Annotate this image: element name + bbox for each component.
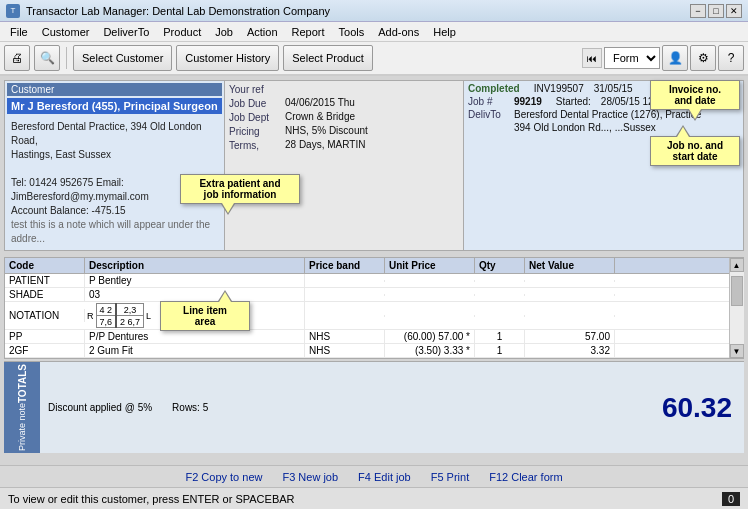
user-icon[interactable]: 👤	[662, 45, 688, 71]
totals-discount: Discount applied @ 5% Rows: 5	[40, 362, 650, 453]
cell-qty	[475, 280, 525, 282]
scroll-down-button[interactable]: ▼	[730, 344, 744, 358]
pricing-value: NHS, 5% Discount	[285, 125, 459, 136]
form-select[interactable]: Form	[604, 47, 660, 69]
cell-desc: 03	[85, 288, 305, 301]
menu-action[interactable]: Action	[241, 24, 284, 40]
cell-qty: 1	[475, 330, 525, 343]
statusbar: To view or edit this customer, press ENT…	[0, 487, 748, 509]
cell-code: 2GF	[5, 344, 85, 357]
hotkey-f5[interactable]: F5 Print	[431, 471, 470, 483]
totals-area: TOTALS Private note Discount applied @ 5…	[4, 361, 744, 453]
cell-netval	[525, 294, 615, 296]
address-line2: Hastings, East Sussex	[11, 148, 218, 162]
table-row: NOTATION R 4 22,3 7,62 6,7 L	[5, 302, 729, 330]
menu-help[interactable]: Help	[427, 24, 462, 40]
menubar: File Customer DeliverTo Product Job Acti…	[0, 22, 748, 42]
cell-netval: 3.32	[525, 344, 615, 357]
hotkey-f12[interactable]: F12 Clear form	[489, 471, 562, 483]
started-label: Started:	[556, 96, 591, 107]
menu-tools[interactable]: Tools	[333, 24, 371, 40]
customer-panel: Customer Mr J Beresford (455), Principal…	[5, 81, 225, 250]
customer-history-button[interactable]: Customer History	[176, 45, 279, 71]
private-note-label: Private note	[17, 403, 27, 451]
deliver-to-value2: 394 Old London Rd..., ...Sussex	[514, 122, 656, 133]
nav-first-button[interactable]: ⏮	[582, 48, 602, 68]
cell-unitprice: (60.00) 57.00 *	[385, 330, 475, 343]
titlebar: T Transactor Lab Manager: Dental Lab Dem…	[0, 0, 748, 22]
col-description: Description	[85, 258, 305, 273]
select-customer-button[interactable]: Select Customer	[73, 45, 172, 71]
app-icon: T	[6, 4, 20, 18]
cell-unitprice	[385, 315, 475, 317]
table-row: 2GF 2 Gum Fit NHS (3.50) 3.33 * 1 3.32	[5, 344, 729, 358]
cell-desc: 2 Gum Fit	[85, 344, 305, 357]
maximize-button[interactable]: □	[708, 4, 724, 18]
table-row: SHADE 03	[5, 288, 729, 302]
job-dept-label: Job Dept	[229, 111, 281, 123]
cell-priceband	[305, 280, 385, 282]
cell-priceband	[305, 294, 385, 296]
grid-header: Code Description Price band Unit Price Q…	[5, 258, 729, 274]
job-no-value: 99219	[514, 96, 542, 107]
cell-unitprice	[385, 280, 475, 282]
scroll-track	[730, 272, 744, 344]
form-area: Customer Mr J Beresford (455), Principal…	[4, 80, 744, 251]
menu-deliverto[interactable]: DeliverTo	[97, 24, 155, 40]
menu-addons[interactable]: Add-ons	[372, 24, 425, 40]
cell-desc: P Bentley	[85, 274, 305, 287]
cell-unitprice: (3.50) 3.33 *	[385, 344, 475, 357]
line-item-callout: Line item area	[160, 301, 250, 331]
job-due-value: 04/06/2015 Thu	[285, 97, 459, 108]
col-code: Code	[5, 258, 85, 273]
close-button[interactable]: ✕	[726, 4, 742, 18]
vertical-scrollbar[interactable]: ▲ ▼	[729, 258, 743, 358]
cell-code: SHADE	[5, 288, 85, 301]
menu-customer[interactable]: Customer	[36, 24, 96, 40]
customer-account: Account Balance: -475.15	[11, 204, 218, 218]
col-unitprice: Unit Price	[385, 258, 475, 273]
status-value: Completed	[468, 83, 520, 94]
scroll-thumb[interactable]	[731, 276, 743, 306]
invoice-date: 31/05/15	[594, 83, 633, 94]
menu-job[interactable]: Job	[209, 24, 239, 40]
cell-code: PP	[5, 330, 85, 343]
job-no-callout: Job no. and start date	[650, 136, 740, 166]
select-product-button[interactable]: Select Product	[283, 45, 373, 71]
job-due-label: Job Due	[229, 97, 281, 109]
customer-name: Mr J Beresford (455), Principal Surgeon	[7, 98, 222, 114]
print-icon[interactable]: 🖨	[4, 45, 30, 71]
search-icon[interactable]: 🔍	[34, 45, 60, 71]
hotkey-f4[interactable]: F4 Edit job	[358, 471, 411, 483]
gear-icon[interactable]: ⚙	[690, 45, 716, 71]
title-text: Transactor Lab Manager: Dental Lab Demon…	[26, 5, 330, 17]
cell-code: NOTATION	[5, 309, 85, 322]
job-dept-value: Crown & Bridge	[285, 111, 459, 122]
cell-qty	[475, 315, 525, 317]
hotkey-f2[interactable]: F2 Copy to new	[185, 471, 262, 483]
toolbar-separator	[66, 47, 67, 69]
status-indicator: 0	[722, 492, 740, 506]
menu-product[interactable]: Product	[157, 24, 207, 40]
nav-area: ⏮ Form 👤 ⚙ ?	[582, 45, 744, 71]
customer-section-label: Customer	[7, 83, 222, 96]
cell-netval: 57.00	[525, 330, 615, 343]
address-line1: Beresford Dental Practice, 394 Old Londo…	[11, 120, 218, 148]
deliver-to-label: DelivTo	[468, 109, 508, 120]
menu-report[interactable]: Report	[286, 24, 331, 40]
hotkey-f3[interactable]: F3 New job	[282, 471, 338, 483]
totals-amount: 60.32	[650, 362, 744, 453]
totals-label: TOTALS	[17, 364, 28, 403]
invoice-no: INV199507	[534, 83, 584, 94]
job-info-callout: Extra patient and job information	[180, 174, 300, 204]
grid-scroll-area: Code Description Price band Unit Price Q…	[5, 258, 729, 358]
cell-desc: P/P Dentures	[85, 330, 305, 343]
scroll-up-button[interactable]: ▲	[730, 258, 744, 272]
help-icon[interactable]: ?	[718, 45, 744, 71]
table-row: PP P/P Dentures NHS (60.00) 57.00 * 1 57…	[5, 330, 729, 344]
minimize-button[interactable]: −	[690, 4, 706, 18]
your-ref-label: Your ref	[229, 83, 281, 95]
menu-file[interactable]: File	[4, 24, 34, 40]
cell-unitprice	[385, 294, 475, 296]
cell-code: PATIENT	[5, 274, 85, 287]
